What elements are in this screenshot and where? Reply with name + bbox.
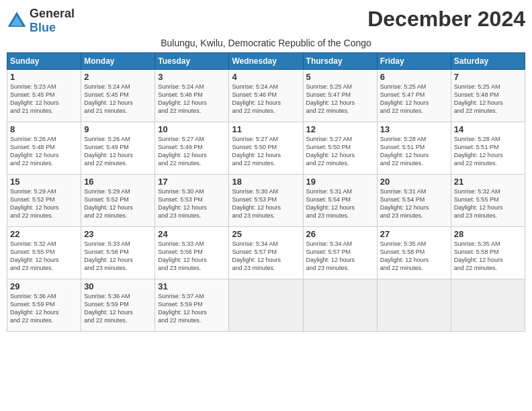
day-number: 10 <box>158 124 226 134</box>
day-number: 19 <box>306 177 374 187</box>
day-number: 17 <box>158 177 226 187</box>
calendar-cell: 26Sunrise: 5:34 AM Sunset: 5:57 PM Dayli… <box>303 227 377 279</box>
calendar-cell: 23Sunrise: 5:33 AM Sunset: 5:56 PM Dayli… <box>81 227 155 279</box>
day-info: Sunrise: 5:36 AM Sunset: 5:59 PM Dayligh… <box>84 292 152 325</box>
calendar-cell: 6Sunrise: 5:25 AM Sunset: 5:47 PM Daylig… <box>377 70 451 122</box>
day-info: Sunrise: 5:27 AM Sunset: 5:49 PM Dayligh… <box>158 135 226 168</box>
day-number: 8 <box>10 124 78 134</box>
logo-general: General <box>30 7 75 20</box>
day-info: Sunrise: 5:31 AM Sunset: 5:54 PM Dayligh… <box>306 187 374 220</box>
day-info: Sunrise: 5:33 AM Sunset: 5:56 PM Dayligh… <box>158 240 226 273</box>
calendar-cell: 25Sunrise: 5:34 AM Sunset: 5:57 PM Dayli… <box>229 227 303 279</box>
calendar-cell: 28Sunrise: 5:35 AM Sunset: 5:58 PM Dayli… <box>451 227 525 279</box>
day-number: 9 <box>84 124 152 134</box>
weekday-header-thursday: Thursday <box>303 53 377 70</box>
day-number: 13 <box>380 124 448 134</box>
day-number: 2 <box>84 72 152 82</box>
calendar-table: SundayMondayTuesdayWednesdayThursdayFrid… <box>7 52 525 332</box>
calendar-week-4: 22Sunrise: 5:32 AM Sunset: 5:55 PM Dayli… <box>7 227 525 279</box>
day-number: 4 <box>232 72 300 82</box>
day-info: Sunrise: 5:35 AM Sunset: 5:58 PM Dayligh… <box>454 240 522 273</box>
day-info: Sunrise: 5:26 AM Sunset: 5:49 PM Dayligh… <box>84 135 152 168</box>
day-info: Sunrise: 5:37 AM Sunset: 5:59 PM Dayligh… <box>158 292 226 325</box>
calendar-cell: 13Sunrise: 5:28 AM Sunset: 5:51 PM Dayli… <box>377 122 451 175</box>
calendar-cell: 20Sunrise: 5:31 AM Sunset: 5:54 PM Dayli… <box>377 175 451 227</box>
day-number: 11 <box>232 124 300 134</box>
day-info: Sunrise: 5:28 AM Sunset: 5:51 PM Dayligh… <box>380 135 448 168</box>
calendar-cell: 10Sunrise: 5:27 AM Sunset: 5:49 PM Dayli… <box>155 122 229 175</box>
day-info: Sunrise: 5:27 AM Sunset: 5:50 PM Dayligh… <box>306 135 374 168</box>
day-number: 27 <box>380 229 448 239</box>
calendar-cell <box>451 279 525 332</box>
calendar-cell: 3Sunrise: 5:24 AM Sunset: 5:46 PM Daylig… <box>155 70 229 122</box>
day-number: 1 <box>10 72 78 82</box>
calendar-cell: 21Sunrise: 5:32 AM Sunset: 5:55 PM Dayli… <box>451 175 525 227</box>
day-info: Sunrise: 5:26 AM Sunset: 5:48 PM Dayligh… <box>10 135 78 168</box>
calendar-cell: 12Sunrise: 5:27 AM Sunset: 5:50 PM Dayli… <box>303 122 377 175</box>
calendar-cell: 27Sunrise: 5:35 AM Sunset: 5:58 PM Dayli… <box>377 227 451 279</box>
calendar-cell: 8Sunrise: 5:26 AM Sunset: 5:48 PM Daylig… <box>7 122 81 175</box>
day-number: 16 <box>84 177 152 187</box>
calendar-cell: 11Sunrise: 5:27 AM Sunset: 5:50 PM Dayli… <box>229 122 303 175</box>
calendar-cell <box>303 279 377 332</box>
calendar-cell: 24Sunrise: 5:33 AM Sunset: 5:56 PM Dayli… <box>155 227 229 279</box>
day-info: Sunrise: 5:30 AM Sunset: 5:53 PM Dayligh… <box>232 187 300 220</box>
day-number: 12 <box>306 124 374 134</box>
calendar-cell: 15Sunrise: 5:29 AM Sunset: 5:52 PM Dayli… <box>7 175 81 227</box>
calendar-week-5: 29Sunrise: 5:36 AM Sunset: 5:59 PM Dayli… <box>7 279 525 332</box>
day-info: Sunrise: 5:33 AM Sunset: 5:56 PM Dayligh… <box>84 240 152 273</box>
day-number: 21 <box>454 177 522 187</box>
calendar-cell: 30Sunrise: 5:36 AM Sunset: 5:59 PM Dayli… <box>81 279 155 332</box>
day-info: Sunrise: 5:24 AM Sunset: 5:46 PM Dayligh… <box>232 83 300 116</box>
day-info: Sunrise: 5:23 AM Sunset: 5:45 PM Dayligh… <box>10 83 78 116</box>
day-number: 29 <box>10 281 78 291</box>
day-number: 25 <box>232 229 300 239</box>
day-info: Sunrise: 5:30 AM Sunset: 5:53 PM Dayligh… <box>158 187 226 220</box>
calendar-cell: 14Sunrise: 5:28 AM Sunset: 5:51 PM Dayli… <box>451 122 525 175</box>
day-info: Sunrise: 5:25 AM Sunset: 5:47 PM Dayligh… <box>306 83 374 116</box>
calendar-cell: 29Sunrise: 5:36 AM Sunset: 5:59 PM Dayli… <box>7 279 81 332</box>
day-number: 22 <box>10 229 78 239</box>
weekday-header-friday: Friday <box>377 53 451 70</box>
day-number: 5 <box>306 72 374 82</box>
day-number: 15 <box>10 177 78 187</box>
logo: General Blue <box>7 7 75 35</box>
weekday-header-sunday: Sunday <box>7 53 81 70</box>
day-info: Sunrise: 5:34 AM Sunset: 5:57 PM Dayligh… <box>306 240 374 273</box>
day-info: Sunrise: 5:29 AM Sunset: 5:52 PM Dayligh… <box>10 187 78 220</box>
weekday-header-wednesday: Wednesday <box>229 53 303 70</box>
calendar-cell: 2Sunrise: 5:24 AM Sunset: 5:45 PM Daylig… <box>81 70 155 122</box>
day-number: 30 <box>84 281 152 291</box>
weekday-header-monday: Monday <box>81 53 155 70</box>
weekday-header-saturday: Saturday <box>451 53 525 70</box>
day-number: 3 <box>158 72 226 82</box>
logo-blue: Blue <box>30 21 56 34</box>
day-info: Sunrise: 5:32 AM Sunset: 5:55 PM Dayligh… <box>454 187 522 220</box>
day-info: Sunrise: 5:35 AM Sunset: 5:58 PM Dayligh… <box>380 240 448 273</box>
day-info: Sunrise: 5:28 AM Sunset: 5:51 PM Dayligh… <box>454 135 522 168</box>
day-number: 7 <box>454 72 522 82</box>
logo-icon <box>7 11 27 31</box>
month-year: December 2024 <box>367 7 525 32</box>
day-info: Sunrise: 5:32 AM Sunset: 5:55 PM Dayligh… <box>10 240 78 273</box>
day-info: Sunrise: 5:36 AM Sunset: 5:59 PM Dayligh… <box>10 292 78 325</box>
day-number: 24 <box>158 229 226 239</box>
header-area: General Blue December 2024 <box>7 7 525 35</box>
day-info: Sunrise: 5:24 AM Sunset: 5:46 PM Dayligh… <box>158 83 226 116</box>
day-number: 6 <box>380 72 448 82</box>
calendar-cell: 5Sunrise: 5:25 AM Sunset: 5:47 PM Daylig… <box>303 70 377 122</box>
title-area: December 2024 <box>367 7 525 32</box>
day-number: 18 <box>232 177 300 187</box>
day-info: Sunrise: 5:34 AM Sunset: 5:57 PM Dayligh… <box>232 240 300 273</box>
day-info: Sunrise: 5:27 AM Sunset: 5:50 PM Dayligh… <box>232 135 300 168</box>
calendar-cell: 19Sunrise: 5:31 AM Sunset: 5:54 PM Dayli… <box>303 175 377 227</box>
day-number: 31 <box>158 281 226 291</box>
weekday-header-tuesday: Tuesday <box>155 53 229 70</box>
calendar-week-1: 1Sunrise: 5:23 AM Sunset: 5:45 PM Daylig… <box>7 70 525 122</box>
calendar-cell <box>377 279 451 332</box>
calendar-cell: 7Sunrise: 5:25 AM Sunset: 5:48 PM Daylig… <box>451 70 525 122</box>
calendar-cell: 16Sunrise: 5:29 AM Sunset: 5:52 PM Dayli… <box>81 175 155 227</box>
calendar-cell: 1Sunrise: 5:23 AM Sunset: 5:45 PM Daylig… <box>7 70 81 122</box>
day-info: Sunrise: 5:29 AM Sunset: 5:52 PM Dayligh… <box>84 187 152 220</box>
day-number: 23 <box>84 229 152 239</box>
